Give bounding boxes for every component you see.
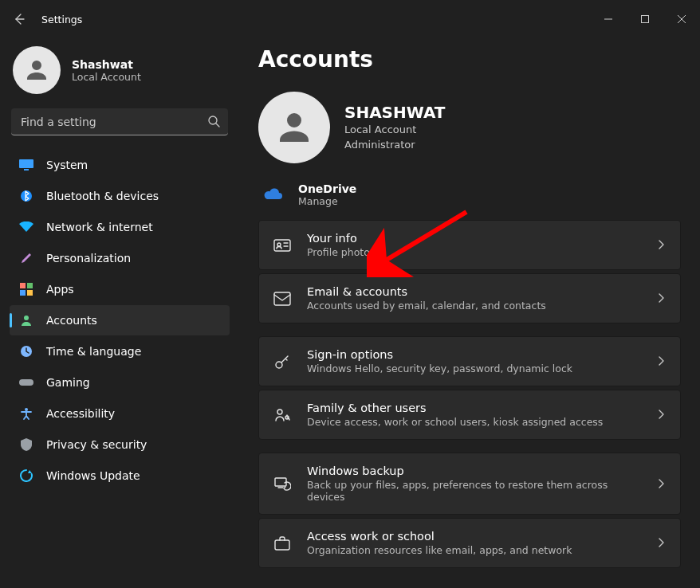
svg-rect-8: [24, 169, 29, 171]
maximize-button[interactable]: [627, 6, 663, 32]
sidebar-item-label: Privacy & security: [46, 438, 147, 451]
chevron-right-icon: [656, 476, 666, 492]
card-title: Email & accounts: [307, 285, 640, 298]
card-subtitle: Accounts used by email, calendar, and co…: [307, 300, 640, 312]
settings-card-list: Your info Profile photo Email & accounts…: [258, 220, 681, 568]
svg-rect-12: [20, 290, 26, 296]
person-card-icon: [273, 237, 291, 254]
onedrive-sub: Manage: [298, 195, 356, 207]
minimize-icon: [604, 15, 612, 23]
close-icon: [678, 15, 686, 23]
arrow-left-icon: [13, 13, 26, 25]
sidebar-item-label: Windows Update: [46, 469, 140, 482]
sidebar-item-label: Personalization: [46, 252, 131, 265]
sidebar-user-sub: Local Account: [72, 71, 141, 83]
card-your-info[interactable]: Your info Profile photo: [258, 220, 681, 270]
sidebar-user-block[interactable]: Shashwat Local Account: [10, 46, 230, 105]
sidebar-item-apps[interactable]: Apps: [10, 274, 230, 304]
chevron-right-icon: [656, 237, 666, 253]
search-input[interactable]: [11, 108, 228, 135]
search-icon: [207, 115, 220, 131]
card-subtitle: Back up your files, apps, preferences to…: [307, 479, 640, 503]
avatar-large-icon: [258, 92, 330, 163]
card-subtitle: Windows Hello, security key, password, d…: [307, 363, 640, 374]
sidebar-item-personalization[interactable]: Personalization: [10, 243, 230, 273]
page-title: Accounts: [258, 46, 681, 73]
card-title: Family & other users: [307, 402, 640, 414]
key-icon: [273, 353, 291, 370]
card-email[interactable]: Email & accounts Accounts used by email,…: [258, 273, 681, 323]
search-box[interactable]: [11, 108, 228, 135]
sidebar-item-system[interactable]: System: [10, 150, 230, 180]
sidebar-item-update[interactable]: Windows Update: [10, 461, 230, 491]
sidebar-item-label: Time & language: [46, 345, 141, 358]
close-button[interactable]: [663, 6, 700, 32]
clock-icon: [19, 344, 33, 359]
card-subtitle: Organization resources like email, apps,…: [307, 544, 640, 556]
display-icon: [19, 158, 33, 172]
sidebar-item-label: Network & internet: [46, 221, 153, 233]
onedrive-icon: [263, 187, 284, 203]
card-title: Sign-in options: [307, 348, 640, 361]
update-icon: [19, 468, 33, 483]
svg-rect-13: [27, 290, 33, 296]
card-subtitle: Profile photo: [307, 246, 640, 258]
card-title: Access work or school: [307, 530, 640, 543]
svg-rect-22: [274, 292, 290, 305]
title-bar: Settings: [0, 0, 700, 38]
sidebar-item-label: Accessibility: [46, 407, 115, 420]
card-title: Windows backup: [307, 465, 640, 477]
person-icon: [19, 313, 33, 327]
nav-list: SystemBluetooth & devicesNetwork & inter…: [10, 150, 230, 491]
sidebar-item-label: System: [46, 159, 88, 171]
onedrive-row[interactable]: OneDrive Manage: [258, 178, 681, 220]
svg-rect-2: [642, 16, 649, 23]
sidebar-item-accessibility[interactable]: Accessibility: [10, 398, 230, 429]
bluetooth-icon: [19, 189, 33, 203]
card-subtitle: Device access, work or school users, kio…: [307, 416, 640, 428]
account-type: Local Account: [344, 122, 446, 138]
card-family[interactable]: Family & other users Device access, work…: [258, 390, 681, 440]
sidebar-item-label: Gaming: [46, 376, 90, 389]
sidebar-item-time[interactable]: Time & language: [10, 336, 230, 367]
svg-point-17: [25, 408, 28, 411]
sidebar: Shashwat Local Account SystemBluetooth &…: [0, 38, 239, 588]
wifi-icon: [19, 220, 33, 234]
svg-rect-10: [20, 283, 26, 288]
sidebar-item-accounts[interactable]: Accounts: [10, 305, 230, 335]
sidebar-item-label: Apps: [46, 283, 74, 296]
window-controls: [590, 6, 700, 32]
svg-rect-16: [19, 379, 33, 386]
sidebar-item-network[interactable]: Network & internet: [10, 212, 230, 242]
svg-rect-27: [275, 540, 289, 550]
svg-rect-7: [19, 159, 33, 168]
sidebar-item-label: Bluetooth & devices: [46, 190, 159, 202]
back-button[interactable]: [0, 0, 38, 38]
sidebar-item-gaming[interactable]: Gaming: [10, 367, 230, 398]
svg-point-5: [209, 116, 217, 124]
account-header: SHASHWAT Local Account Administrator: [258, 92, 681, 163]
minimize-button[interactable]: [590, 6, 627, 32]
svg-line-6: [216, 123, 219, 127]
card-work-school[interactable]: Access work or school Organization resou…: [258, 518, 681, 568]
account-role: Administrator: [344, 137, 446, 153]
svg-rect-18: [274, 240, 290, 251]
sidebar-user-name: Shashwat: [72, 58, 141, 71]
card-backup[interactable]: Windows backup Back up your files, apps,…: [258, 453, 681, 515]
window-title: Settings: [41, 14, 82, 25]
onedrive-title: OneDrive: [298, 182, 356, 195]
mail-icon: [273, 290, 291, 308]
chevron-right-icon: [656, 535, 666, 551]
gamepad-icon: [19, 375, 33, 390]
account-name: SHASHWAT: [344, 103, 446, 122]
chevron-right-icon: [656, 407, 666, 422]
svg-point-14: [24, 316, 29, 320]
card-signin[interactable]: Sign-in options Windows Hello, security …: [258, 336, 681, 386]
svg-rect-26: [275, 478, 286, 486]
chevron-right-icon: [656, 354, 666, 369]
apps-icon: [19, 282, 33, 296]
accessibility-icon: [19, 406, 33, 421]
maximize-icon: [641, 15, 649, 23]
sidebar-item-privacy[interactable]: Privacy & security: [10, 429, 230, 460]
sidebar-item-bluetooth[interactable]: Bluetooth & devices: [10, 181, 230, 211]
